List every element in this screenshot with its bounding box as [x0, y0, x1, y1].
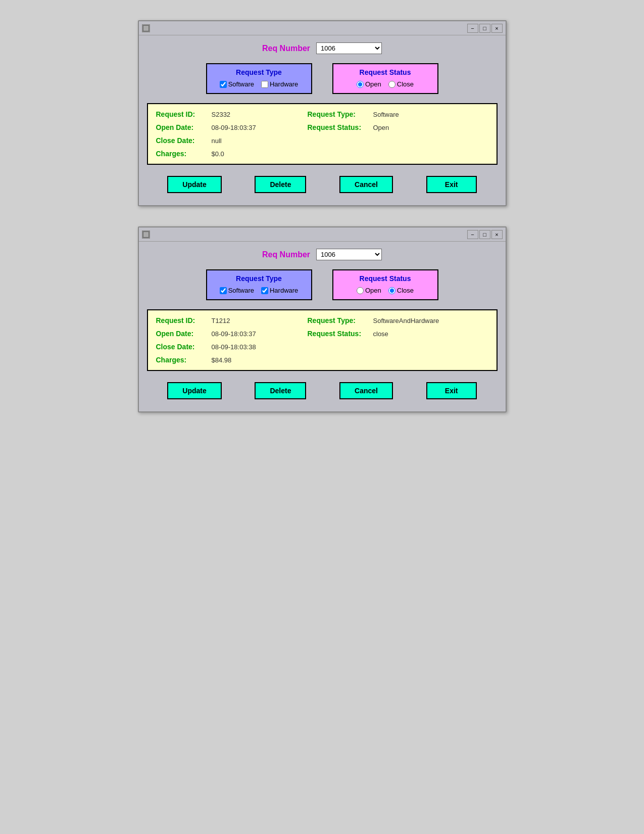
info-right-type-1: Request Type: Software: [308, 110, 449, 118]
charges-value-2: $84.98: [212, 356, 287, 364]
open-radio-label-2[interactable]: Open: [357, 287, 381, 294]
software-checkbox-1[interactable]: [220, 81, 227, 88]
info-row-charges-2: Charges: $84.98: [156, 356, 488, 364]
request-id-value-2: T1212: [212, 317, 287, 325]
svg-rect-1: [143, 26, 148, 31]
hardware-checkbox-label-1[interactable]: Hardware: [261, 80, 298, 88]
info-row-date-1: Open Date: 08-09-18:03:37 Request Status…: [156, 123, 488, 131]
req-number-row-2: Req Number 1006: [147, 249, 498, 260]
svg-rect-3: [143, 232, 148, 237]
info-box-2: Request ID: T1212 Request Type: Software…: [147, 309, 498, 371]
close-date-value-2: 08-09-18:03:38: [212, 343, 287, 351]
minimize-button-2[interactable]: −: [467, 230, 478, 239]
hardware-checkbox-1[interactable]: [261, 81, 268, 88]
delete-button-1[interactable]: Delete: [255, 176, 306, 193]
req-status-value-1: Open: [373, 124, 449, 131]
close-button-2[interactable]: ×: [491, 230, 503, 239]
close-label-1: Close: [397, 80, 414, 88]
open-label-1: Open: [365, 80, 381, 88]
window-body-1: Req Number 1006 Request Type Software Ha…: [139, 35, 506, 205]
open-date-value-2: 08-09-18:03:37: [212, 330, 287, 338]
window-body-2: Req Number 1006 Request Type Software Ha…: [139, 242, 506, 411]
minimize-button-1[interactable]: −: [467, 24, 478, 33]
info-right-type-2: Request Type: SoftwareAndHardware: [308, 316, 449, 325]
hardware-checkbox-label-2[interactable]: Hardware: [261, 287, 298, 294]
open-date-value-1: 08-09-18:03:37: [212, 124, 287, 131]
request-status-controls-1: Open Close: [341, 80, 429, 88]
update-button-1[interactable]: Update: [167, 176, 221, 193]
close-date-label-2: Close Date:: [156, 343, 212, 351]
info-row-charges-1: Charges: $0.0: [156, 150, 488, 158]
window-1: − □ × Req Number 1006 Request Type Softw…: [138, 20, 507, 206]
request-type-panel-2: Request Type Software Hardware: [206, 269, 312, 300]
charges-label-1: Charges:: [156, 150, 212, 158]
hardware-label-1: Hardware: [270, 80, 298, 88]
software-checkbox-2[interactable]: [220, 287, 227, 294]
info-row-id-1: Request ID: S2332 Request Type: Software: [156, 110, 488, 118]
open-label-2: Open: [365, 287, 381, 294]
title-bar-1: − □ ×: [139, 21, 506, 35]
info-right-status-2: Request Status: close: [308, 330, 449, 338]
charges-label-2: Charges:: [156, 356, 212, 364]
app-icon-1: [142, 24, 150, 32]
request-type-title-1: Request Type: [215, 68, 303, 76]
panels-row-2: Request Type Software Hardware Request S…: [147, 269, 498, 300]
software-label-2: Software: [228, 287, 254, 294]
request-status-panel-1: Request Status Open Close: [332, 63, 438, 94]
software-checkbox-label-2[interactable]: Software: [220, 287, 254, 294]
req-status-label-2: Request Status:: [308, 330, 373, 338]
info-row-id-2: Request ID: T1212 Request Type: Software…: [156, 316, 488, 325]
request-id-label-1: Request ID:: [156, 110, 212, 118]
close-date-label-1: Close Date:: [156, 136, 212, 145]
maximize-button-2[interactable]: □: [479, 230, 490, 239]
close-button-1[interactable]: ×: [491, 24, 503, 33]
close-label-2: Close: [397, 287, 414, 294]
exit-button-1[interactable]: Exit: [426, 176, 477, 193]
request-type-controls-1: Software Hardware: [215, 80, 303, 88]
info-row-close-2: Close Date: 08-09-18:03:38: [156, 343, 488, 351]
hardware-checkbox-2[interactable]: [261, 287, 268, 294]
cancel-button-2[interactable]: Cancel: [339, 382, 393, 399]
cancel-button-1[interactable]: Cancel: [339, 176, 393, 193]
open-radio-2[interactable]: [357, 287, 364, 294]
close-radio-label-2[interactable]: Close: [388, 287, 414, 294]
request-status-title-1: Request Status: [341, 68, 429, 76]
open-radio-label-1[interactable]: Open: [357, 80, 381, 88]
req-number-select-2[interactable]: 1006: [316, 249, 382, 260]
request-id-value-1: S2332: [212, 111, 287, 118]
req-number-row-1: Req Number 1006: [147, 42, 498, 54]
exit-button-2[interactable]: Exit: [426, 382, 477, 399]
request-status-controls-2: Open Close: [341, 287, 429, 294]
req-number-select-1[interactable]: 1006: [316, 42, 382, 54]
info-right-status-1: Request Status: Open: [308, 123, 449, 131]
window-2: − □ × Req Number 1006 Request Type Softw…: [138, 226, 507, 412]
open-date-label-2: Open Date:: [156, 330, 212, 338]
request-type-title-2: Request Type: [215, 274, 303, 283]
req-status-label-1: Request Status:: [308, 123, 373, 131]
buttons-row-2: Update Delete Cancel Exit: [147, 380, 498, 403]
request-status-title-2: Request Status: [341, 274, 429, 283]
software-checkbox-label-1[interactable]: Software: [220, 80, 254, 88]
request-type-label-2: Request Type:: [308, 316, 373, 325]
update-button-2[interactable]: Update: [167, 382, 221, 399]
request-type-label-1: Request Type:: [308, 110, 373, 118]
charges-value-1: $0.0: [212, 150, 287, 158]
request-type-controls-2: Software Hardware: [215, 287, 303, 294]
request-type-value-1: Software: [373, 111, 449, 118]
close-date-value-1: null: [212, 137, 287, 145]
panels-row-1: Request Type Software Hardware Request S…: [147, 63, 498, 94]
info-box-1: Request ID: S2332 Request Type: Software…: [147, 103, 498, 165]
app-icon-2: [142, 230, 150, 239]
request-status-panel-2: Request Status Open Close: [332, 269, 438, 300]
close-radio-1[interactable]: [388, 81, 395, 88]
request-id-label-2: Request ID:: [156, 316, 212, 325]
delete-button-2[interactable]: Delete: [255, 382, 306, 399]
info-row-date-2: Open Date: 08-09-18:03:37 Request Status…: [156, 330, 488, 338]
request-type-value-2: SoftwareAndHardware: [373, 317, 449, 325]
info-row-close-1: Close Date: null: [156, 136, 488, 145]
close-radio-2[interactable]: [388, 287, 395, 294]
request-type-panel-1: Request Type Software Hardware: [206, 63, 312, 94]
close-radio-label-1[interactable]: Close: [388, 80, 414, 88]
maximize-button-1[interactable]: □: [479, 24, 490, 33]
open-radio-1[interactable]: [357, 81, 364, 88]
